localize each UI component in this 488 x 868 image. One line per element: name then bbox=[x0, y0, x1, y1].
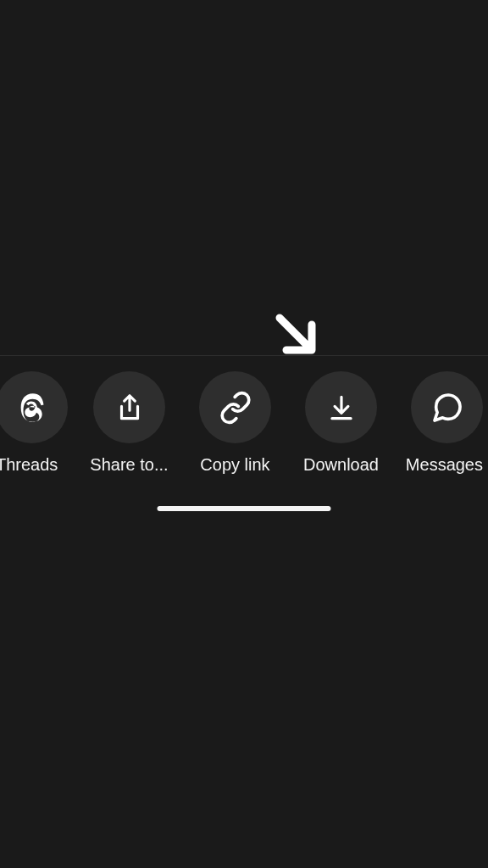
home-indicator[interactable] bbox=[158, 506, 331, 511]
share-to-label: Share to... bbox=[90, 455, 168, 475]
download-label: Download bbox=[303, 455, 379, 475]
share-option-download[interactable]: Download bbox=[288, 371, 394, 475]
threads-label: Threads bbox=[0, 455, 58, 475]
share-option-copy-link[interactable]: Copy link bbox=[182, 371, 288, 475]
share-sheet-row: Threads Share to... Copy link Download bbox=[0, 356, 488, 481]
share-icon bbox=[93, 371, 165, 443]
share-option-share-to[interactable]: Share to... bbox=[76, 371, 182, 475]
content-area bbox=[0, 0, 488, 356]
share-option-messages[interactable]: Messages bbox=[394, 371, 483, 475]
copy-link-label: Copy link bbox=[200, 455, 269, 475]
link-icon bbox=[199, 371, 271, 443]
threads-icon bbox=[0, 371, 68, 443]
messages-icon bbox=[411, 371, 483, 443]
download-icon bbox=[305, 371, 377, 443]
share-option-threads[interactable]: Threads bbox=[0, 371, 76, 475]
pointer-arrow-annotation bbox=[271, 309, 322, 360]
messages-label: Messages bbox=[406, 455, 483, 475]
